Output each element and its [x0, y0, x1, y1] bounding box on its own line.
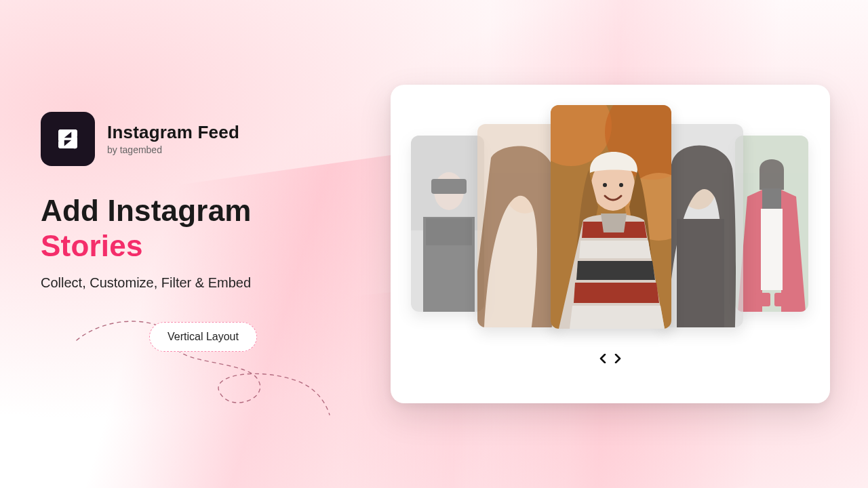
- headline-accent: Stories: [41, 229, 143, 262]
- svg-rect-7: [426, 218, 472, 245]
- brand-name: Instagram Feed: [107, 122, 239, 143]
- story-thumbnail[interactable]: [662, 124, 743, 327]
- carousel-nav: [391, 352, 830, 365]
- hero-left-column: Instagram Feed by tagembed Add Instagram…: [0, 112, 353, 377]
- svg-rect-24: [762, 188, 781, 209]
- story-thumbnail-active[interactable]: [551, 105, 671, 329]
- svg-rect-26: [755, 293, 770, 306]
- svg-rect-20: [677, 219, 724, 327]
- story-thumbnail[interactable]: [477, 124, 559, 327]
- carousel-next-button[interactable]: [611, 352, 625, 365]
- brand-block: Instagram Feed by tagembed: [41, 112, 353, 166]
- svg-rect-25: [761, 209, 783, 290]
- svg-point-16: [603, 183, 607, 187]
- story-thumbnail[interactable]: [411, 136, 484, 312]
- subheadline: Collect, Customize, Filter & Embed: [41, 275, 353, 291]
- carousel-prev-button[interactable]: [596, 352, 610, 365]
- brand-byline: by tagembed: [107, 144, 239, 155]
- headline: Add Instagram Stories: [41, 193, 353, 264]
- svg-rect-27: [774, 293, 789, 306]
- headline-line1: Add Instagram: [41, 194, 252, 227]
- brand-logo-icon: [41, 112, 95, 166]
- stories-preview-card: [391, 85, 830, 403]
- svg-rect-5: [431, 179, 467, 194]
- layout-pill-button[interactable]: Vertical Layout: [149, 322, 257, 352]
- svg-point-17: [619, 183, 623, 187]
- story-thumbnail[interactable]: [735, 136, 808, 312]
